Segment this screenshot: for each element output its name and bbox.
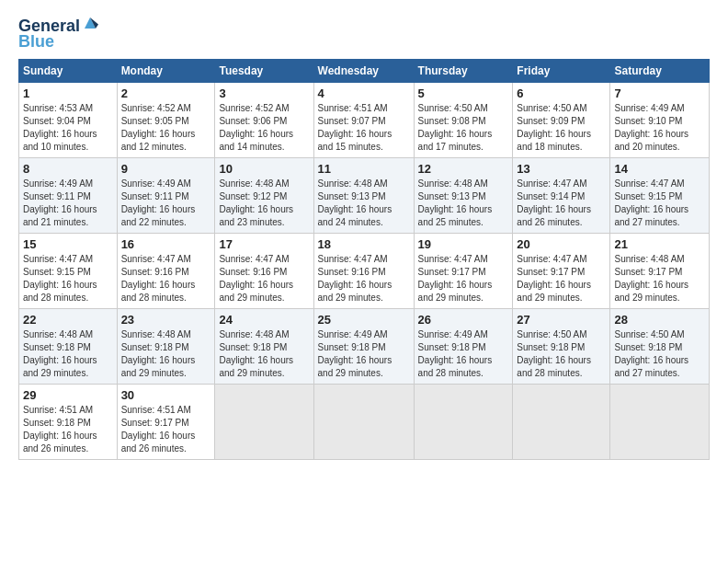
calendar-cell: 30Sunrise: 4:51 AMSunset: 9:17 PMDayligh… <box>117 384 215 459</box>
day-number: 24 <box>219 313 309 327</box>
calendar-cell: 29Sunrise: 4:51 AMSunset: 9:18 PMDayligh… <box>19 384 118 459</box>
day-header-wednesday: Wednesday <box>313 59 414 82</box>
calendar-cell: 9Sunrise: 4:49 AMSunset: 9:11 PMDaylight… <box>117 157 215 233</box>
day-number: 13 <box>517 162 606 176</box>
day-number: 28 <box>614 313 705 327</box>
day-info: Sunrise: 4:47 AMSunset: 9:15 PMDaylight:… <box>614 178 705 229</box>
calendar-cell: 22Sunrise: 4:48 AMSunset: 9:18 PMDayligh… <box>19 308 118 384</box>
day-header-saturday: Saturday <box>610 59 710 82</box>
calendar-cell: 16Sunrise: 4:47 AMSunset: 9:16 PMDayligh… <box>117 233 215 308</box>
day-number: 1 <box>23 86 113 100</box>
day-number: 7 <box>614 86 705 100</box>
day-number: 22 <box>23 313 113 327</box>
calendar-cell: 3Sunrise: 4:52 AMSunset: 9:06 PMDaylight… <box>215 82 313 157</box>
calendar-cell: 1Sunrise: 4:53 AMSunset: 9:04 PMDaylight… <box>19 82 118 157</box>
day-number: 6 <box>517 86 606 100</box>
day-info: Sunrise: 4:53 AMSunset: 9:04 PMDaylight:… <box>23 102 113 154</box>
day-number: 8 <box>23 162 113 176</box>
calendar-cell: 13Sunrise: 4:47 AMSunset: 9:14 PMDayligh… <box>513 157 610 233</box>
day-number: 15 <box>23 237 113 251</box>
day-info: Sunrise: 4:51 AMSunset: 9:07 PMDaylight:… <box>318 102 410 154</box>
day-info: Sunrise: 4:52 AMSunset: 9:06 PMDaylight:… <box>219 102 309 154</box>
calendar-week-1: 1Sunrise: 4:53 AMSunset: 9:04 PMDaylight… <box>19 82 710 157</box>
page: General Blue SundayMondayTuesdayWednesda… <box>0 0 728 563</box>
day-info: Sunrise: 4:47 AMSunset: 9:17 PMDaylight:… <box>418 253 509 304</box>
day-info: Sunrise: 4:50 AMSunset: 9:18 PMDaylight:… <box>517 328 606 380</box>
day-info: Sunrise: 4:47 AMSunset: 9:15 PMDaylight:… <box>23 253 113 304</box>
calendar-cell: 28Sunrise: 4:50 AMSunset: 9:18 PMDayligh… <box>610 308 710 384</box>
day-info: Sunrise: 4:49 AMSunset: 9:11 PMDaylight:… <box>23 178 113 229</box>
calendar-header-row: SundayMondayTuesdayWednesdayThursdayFrid… <box>19 59 710 82</box>
day-info: Sunrise: 4:47 AMSunset: 9:14 PMDaylight:… <box>517 178 606 229</box>
day-info: Sunrise: 4:48 AMSunset: 9:18 PMDaylight:… <box>219 328 309 380</box>
calendar-cell <box>313 384 414 459</box>
day-number: 30 <box>121 388 211 402</box>
calendar-cell: 5Sunrise: 4:50 AMSunset: 9:08 PMDaylight… <box>414 82 513 157</box>
day-info: Sunrise: 4:50 AMSunset: 9:09 PMDaylight:… <box>517 102 606 154</box>
day-info: Sunrise: 4:49 AMSunset: 9:18 PMDaylight:… <box>318 328 410 380</box>
day-number: 14 <box>614 162 705 176</box>
day-info: Sunrise: 4:47 AMSunset: 9:17 PMDaylight:… <box>517 253 606 304</box>
calendar-cell: 19Sunrise: 4:47 AMSunset: 9:17 PMDayligh… <box>414 233 513 308</box>
day-number: 20 <box>517 237 606 251</box>
calendar-week-5: 29Sunrise: 4:51 AMSunset: 9:18 PMDayligh… <box>19 384 710 459</box>
calendar-cell: 7Sunrise: 4:49 AMSunset: 9:10 PMDaylight… <box>610 82 710 157</box>
day-info: Sunrise: 4:48 AMSunset: 9:18 PMDaylight:… <box>23 328 113 380</box>
calendar-cell: 27Sunrise: 4:50 AMSunset: 9:18 PMDayligh… <box>513 308 610 384</box>
calendar-cell: 14Sunrise: 4:47 AMSunset: 9:15 PMDayligh… <box>610 157 710 233</box>
calendar-cell: 24Sunrise: 4:48 AMSunset: 9:18 PMDayligh… <box>215 308 313 384</box>
day-info: Sunrise: 4:50 AMSunset: 9:18 PMDaylight:… <box>614 328 705 380</box>
calendar-cell: 11Sunrise: 4:48 AMSunset: 9:13 PMDayligh… <box>313 157 414 233</box>
calendar-cell <box>414 384 513 459</box>
calendar-cell: 2Sunrise: 4:52 AMSunset: 9:05 PMDaylight… <box>117 82 215 157</box>
calendar-cell <box>215 384 313 459</box>
day-number: 2 <box>121 86 211 100</box>
day-info: Sunrise: 4:48 AMSunset: 9:12 PMDaylight:… <box>219 178 309 229</box>
day-header-tuesday: Tuesday <box>215 59 313 82</box>
calendar-cell: 12Sunrise: 4:48 AMSunset: 9:13 PMDayligh… <box>414 157 513 233</box>
day-info: Sunrise: 4:47 AMSunset: 9:16 PMDaylight:… <box>318 253 410 304</box>
calendar-cell: 18Sunrise: 4:47 AMSunset: 9:16 PMDayligh… <box>313 233 414 308</box>
calendar-week-2: 8Sunrise: 4:49 AMSunset: 9:11 PMDaylight… <box>19 157 710 233</box>
day-number: 29 <box>23 388 113 402</box>
calendar-cell: 15Sunrise: 4:47 AMSunset: 9:15 PMDayligh… <box>19 233 118 308</box>
day-number: 21 <box>614 237 705 251</box>
calendar-cell <box>610 384 710 459</box>
day-info: Sunrise: 4:49 AMSunset: 9:18 PMDaylight:… <box>418 328 509 380</box>
calendar-cell: 20Sunrise: 4:47 AMSunset: 9:17 PMDayligh… <box>513 233 610 308</box>
day-info: Sunrise: 4:48 AMSunset: 9:13 PMDaylight:… <box>418 178 509 229</box>
day-info: Sunrise: 4:50 AMSunset: 9:08 PMDaylight:… <box>418 102 509 154</box>
calendar-cell: 21Sunrise: 4:48 AMSunset: 9:17 PMDayligh… <box>610 233 710 308</box>
day-number: 25 <box>318 313 410 327</box>
day-info: Sunrise: 4:47 AMSunset: 9:16 PMDaylight:… <box>219 253 309 304</box>
day-number: 11 <box>318 162 410 176</box>
day-info: Sunrise: 4:49 AMSunset: 9:11 PMDaylight:… <box>121 178 211 229</box>
header: General Blue <box>18 15 710 52</box>
day-info: Sunrise: 4:48 AMSunset: 9:18 PMDaylight:… <box>121 328 211 380</box>
calendar-cell: 6Sunrise: 4:50 AMSunset: 9:09 PMDaylight… <box>513 82 610 157</box>
day-number: 12 <box>418 162 509 176</box>
day-number: 5 <box>418 86 509 100</box>
day-info: Sunrise: 4:49 AMSunset: 9:10 PMDaylight:… <box>614 102 705 154</box>
calendar-week-4: 22Sunrise: 4:48 AMSunset: 9:18 PMDayligh… <box>19 308 710 384</box>
day-number: 27 <box>517 313 606 327</box>
calendar-cell: 23Sunrise: 4:48 AMSunset: 9:18 PMDayligh… <box>117 308 215 384</box>
calendar-cell <box>513 384 610 459</box>
day-info: Sunrise: 4:47 AMSunset: 9:16 PMDaylight:… <box>121 253 211 304</box>
day-info: Sunrise: 4:51 AMSunset: 9:18 PMDaylight:… <box>23 404 113 455</box>
day-info: Sunrise: 4:51 AMSunset: 9:17 PMDaylight:… <box>121 404 211 455</box>
day-header-thursday: Thursday <box>414 59 513 82</box>
calendar-cell: 8Sunrise: 4:49 AMSunset: 9:11 PMDaylight… <box>19 157 118 233</box>
day-number: 4 <box>318 86 410 100</box>
day-number: 19 <box>418 237 509 251</box>
day-header-friday: Friday <box>513 59 610 82</box>
day-number: 9 <box>121 162 211 176</box>
day-info: Sunrise: 4:52 AMSunset: 9:05 PMDaylight:… <box>121 102 211 154</box>
day-number: 23 <box>121 313 211 327</box>
day-number: 10 <box>219 162 309 176</box>
calendar-cell: 4Sunrise: 4:51 AMSunset: 9:07 PMDaylight… <box>313 82 414 157</box>
calendar-cell: 25Sunrise: 4:49 AMSunset: 9:18 PMDayligh… <box>313 308 414 384</box>
day-header-sunday: Sunday <box>19 59 118 82</box>
day-number: 3 <box>219 86 309 100</box>
calendar-table: SundayMondayTuesdayWednesdayThursdayFrid… <box>18 59 710 460</box>
